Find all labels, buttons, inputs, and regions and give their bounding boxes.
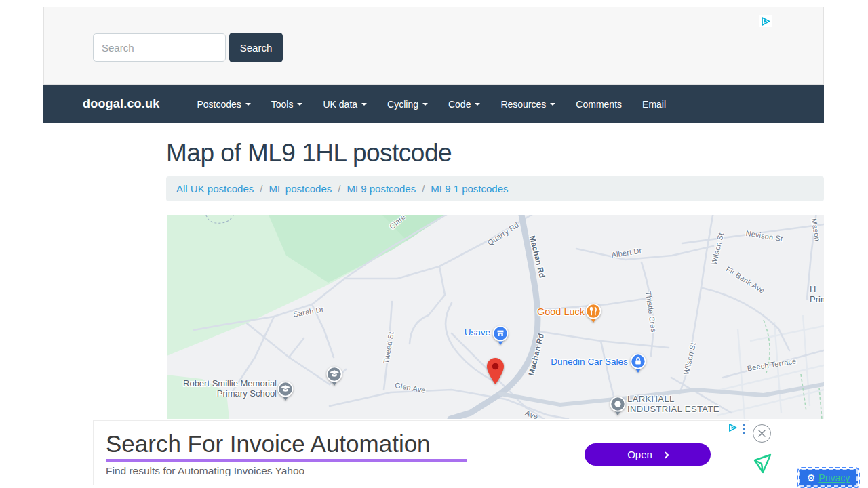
- nav-label: UK data: [323, 99, 357, 110]
- nav-item-postcodes[interactable]: Postcodes: [186, 85, 260, 123]
- nav-item-resources[interactable]: Resources: [490, 85, 566, 123]
- nav-item-uk-data[interactable]: UK data: [313, 85, 377, 123]
- ad-underline: [106, 459, 467, 462]
- page-root: Search doogal.co.uk Postcodes Tools UK d…: [0, 0, 868, 488]
- ad-open-label: Open: [627, 449, 652, 460]
- search-input[interactable]: [93, 33, 226, 62]
- google-map[interactable]: ClareQuarry RdMachan RdMachan RdAlbert D…: [167, 215, 824, 419]
- nav-label: Postcodes: [197, 99, 241, 110]
- nav-item-comments[interactable]: Comments: [566, 85, 632, 123]
- map-label: Nevison St: [745, 229, 783, 243]
- ad-headline-link[interactable]: Search For Invoice Automation: [106, 430, 431, 458]
- ad-open-button[interactable]: Open: [585, 443, 711, 466]
- map-label: Machan Rd: [528, 235, 547, 279]
- map-label: Glen Ave: [394, 381, 426, 394]
- nav-items: Postcodes Tools UK data Cycling Code Res…: [186, 85, 676, 123]
- breadcrumb-separator: /: [338, 183, 340, 195]
- nav-label: Tools: [271, 99, 294, 110]
- chevron-down-icon: [475, 103, 480, 106]
- map-marker-pin: [486, 357, 505, 388]
- chevron-down-icon: [245, 103, 251, 106]
- nav-label: Code: [448, 99, 471, 110]
- chevron-down-icon: [361, 103, 367, 106]
- nav-item-code[interactable]: Code: [438, 85, 490, 123]
- privacy-settings-button[interactable]: ⚙ Privacy: [799, 469, 858, 487]
- map-label: Quarry Rd: [486, 221, 521, 247]
- map-label: Usave: [465, 327, 490, 338]
- breadcrumb-link-ml[interactable]: ML postcodes: [269, 183, 332, 195]
- nav-label: Comments: [576, 99, 622, 110]
- ad-adchoices-icon[interactable]: [728, 423, 738, 435]
- top-header-box: Search: [43, 7, 824, 85]
- chevron-down-icon: [422, 103, 428, 106]
- map-label: Dunedin Car Sales: [551, 357, 627, 367]
- ad-banner: Search For Invoice Automation Find resul…: [93, 420, 749, 485]
- search-button[interactable]: Search: [229, 33, 283, 62]
- ad-close-button[interactable]: [753, 424, 771, 443]
- chevron-down-icon: [550, 103, 555, 106]
- map-poi-pin-restaurant-icon[interactable]: [585, 303, 601, 326]
- map-label: LARKHALL INDUSTRIAL ESTATE: [627, 394, 719, 414]
- map-label: Clare: [388, 215, 408, 231]
- navbar: doogal.co.uk Postcodes Tools UK data Cyc…: [43, 85, 824, 123]
- nav-label: Resources: [500, 99, 546, 110]
- nav-item-email[interactable]: Email: [632, 85, 676, 123]
- map-label: Albert Dr: [611, 246, 643, 259]
- nav-item-cycling[interactable]: Cycling: [377, 85, 438, 123]
- map-poi-pin-lock-icon[interactable]: [630, 353, 646, 376]
- map-label: Ave: [524, 409, 540, 419]
- breadcrumb: All UK postcodes / ML postcodes / ML9 po…: [166, 176, 824, 201]
- breadcrumb-link-ml9[interactable]: ML9 postcodes: [347, 183, 416, 195]
- map-poi-pin-school-icon[interactable]: [326, 366, 342, 389]
- breadcrumb-separator: /: [422, 183, 425, 195]
- breadcrumb-link-all-uk[interactable]: All UK postcodes: [176, 183, 254, 195]
- gear-icon: ⚙: [807, 473, 816, 483]
- ad-menu-dots-icon[interactable]: [743, 424, 745, 434]
- ad-description: Find results for Automating Invoices Yah…: [106, 465, 304, 477]
- map-label: Machan Rd: [527, 332, 546, 376]
- adchoices-triangle-icon: [761, 16, 771, 26]
- breadcrumb-separator: /: [260, 183, 262, 195]
- close-icon: [757, 429, 766, 438]
- nav-item-tools[interactable]: Tools: [261, 85, 313, 123]
- map-label: Wilson St: [710, 232, 726, 266]
- map-labels-layer: ClareQuarry RdMachan RdMachan RdAlbert D…: [167, 215, 824, 419]
- map-label: Thistle Cres: [644, 291, 658, 333]
- map-poi-pin-store-icon[interactable]: [492, 325, 509, 348]
- chevron-down-icon: [297, 103, 302, 106]
- adchoices-icon[interactable]: [760, 15, 772, 27]
- map-poi-pin-area-icon[interactable]: [610, 396, 626, 419]
- breadcrumb-link-ml9-1[interactable]: ML9 1 postcodes: [431, 183, 508, 195]
- map-label: Fir Bank Ave: [724, 265, 766, 296]
- map-poi-pin-school-icon[interactable]: [277, 381, 294, 404]
- map-label: H Prim: [810, 285, 824, 304]
- map-label: Wilson St: [682, 342, 698, 375]
- map-label: Mason: [810, 218, 822, 242]
- map-label: Robert Smillie Memorial Primary School: [183, 379, 277, 399]
- freestar-logo-icon[interactable]: [751, 453, 773, 479]
- nav-label: Email: [642, 99, 666, 110]
- map-label: Good Luck: [537, 306, 585, 317]
- chevron-right-icon: [662, 451, 669, 458]
- site-brand[interactable]: doogal.co.uk: [83, 97, 159, 111]
- map-label: Sarah Dr: [292, 305, 324, 319]
- map-label: Tweed St: [382, 331, 395, 365]
- page-title: Map of ML9 1HL postcode: [166, 139, 452, 167]
- nav-label: Cycling: [387, 99, 418, 110]
- privacy-link[interactable]: Privacy: [818, 472, 850, 483]
- map-label: Beech Terrace: [747, 357, 797, 373]
